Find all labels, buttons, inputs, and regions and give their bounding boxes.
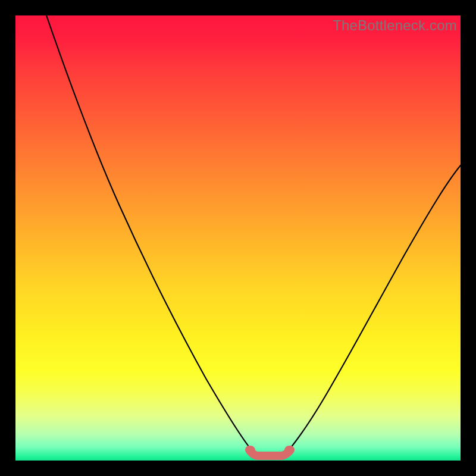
accent-cap-right-icon <box>284 446 294 455</box>
curve-left <box>46 15 252 451</box>
curve-layer <box>15 15 461 461</box>
chart-frame: TheBottleneck.com <box>0 0 476 476</box>
plot-area: TheBottleneck.com <box>15 15 461 461</box>
accent-cap-left-icon <box>246 446 255 455</box>
curve-right <box>288 165 461 451</box>
flat-bottom-accent <box>249 450 290 456</box>
